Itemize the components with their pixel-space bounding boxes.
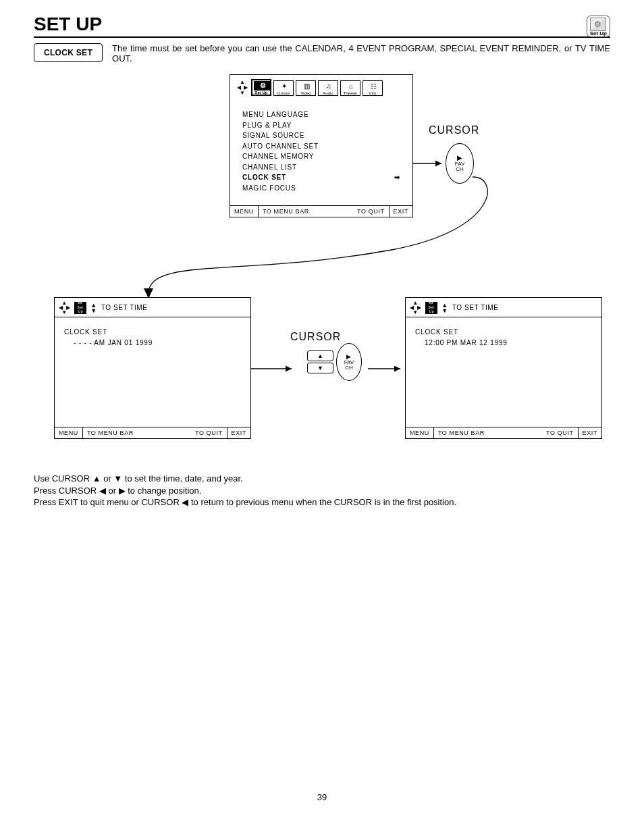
setup-menu-list: MENU LANGUAGE PLUG & PLAY SIGNAL SOURCE … [230, 99, 412, 193]
clock-set-screen-after: ▲ ◀▶ ▼ ⚙ Set Up ▲▼ TO SET TIME CLOCK SET… [405, 297, 602, 439]
clock-set-box: CLOCK SET [34, 43, 103, 62]
info-tab-icon: ☷ [365, 82, 382, 91]
tab-label: Info [365, 91, 381, 95]
footer-exit: EXIT [579, 429, 601, 436]
updown-icon: ▲▼ [441, 303, 448, 313]
set-time-label: TO SET TIME [101, 304, 148, 311]
nav-diamond-icon: ▲ ◀▶ ▼ [236, 80, 249, 96]
nav-diamond-icon: ▲ ◀▶ ▼ [59, 301, 70, 315]
cursor-up-button[interactable]: ▲ [307, 350, 333, 361]
fav-ch-label: FAV CH [455, 161, 465, 172]
menu-item[interactable]: MAGIC FOCUS [242, 183, 400, 194]
footer-to-menu-bar: TO MENU BAR [259, 208, 353, 215]
up-triangle-icon: ▲ [92, 473, 101, 484]
instructions: Use CURSOR ▲ or ▼ to set the time, date,… [34, 473, 610, 509]
menu-item[interactable]: CHANNEL MEMORY [242, 151, 400, 162]
tab-info[interactable]: ☷ Info [363, 80, 383, 96]
instruction-line: Press EXIT to quit menu or CURSOR ◀ to r… [34, 496, 610, 509]
updown-icon: ▲▼ [90, 303, 97, 313]
connector-arrow [251, 362, 298, 375]
left-triangle-icon: ◀ [99, 486, 106, 496]
screen-footer: MENU TO MENU BAR TO QUIT EXIT [406, 427, 601, 438]
tab-audio[interactable]: ♫ Audio [318, 80, 338, 96]
fav-ch-label: FAV CH [344, 360, 354, 371]
instruction-line: Press CURSOR ◀ or ▶ to change position. [34, 485, 610, 497]
footer-menu: MENU [406, 429, 433, 436]
clock-value: - - - - AM JAN 01 1999 [64, 338, 241, 348]
footer-to-quit: TO QUIT [353, 208, 389, 215]
tab-theater[interactable]: ⌂ Theater [340, 80, 360, 96]
set-time-bar: ▲ ◀▶ ▼ ⚙ Set Up ▲▼ TO SET TIME [406, 298, 601, 317]
tab-label: Set Up [254, 90, 269, 95]
screen-footer: MENU TO MENU BAR TO QUIT EXIT [230, 205, 412, 217]
setup-mini-icon: ⚙ Set Up [425, 302, 437, 314]
menu-screen: ▲ ◀▶ ▼ ⚙ Set Up ✦ Custom ▥ Video ♫ Audio… [230, 74, 413, 217]
nav-diamond-icon: ▲ ◀▶ ▼ [410, 301, 421, 315]
clock-body: CLOCK SET - - - - AM JAN 01 1999 [55, 317, 250, 358]
set-time-bar: ▲ ◀▶ ▼ ⚙ Set Up ▲▼ TO SET TIME [55, 298, 250, 317]
clock-set-screen-before: ▲ ◀▶ ▼ ⚙ Set Up ▲▼ TO SET TIME CLOCK SET… [54, 297, 251, 439]
setup-corner-label: Set Up [590, 31, 607, 36]
clock-heading: CLOCK SET [415, 327, 592, 338]
cursor-label: CURSOR [290, 331, 341, 343]
menu-tab-bar: ▲ ◀▶ ▼ ⚙ Set Up ✦ Custom ▥ Video ♫ Audio… [230, 75, 412, 99]
diagram-area: ▲ ◀▶ ▼ ⚙ Set Up ✦ Custom ▥ Video ♫ Audio… [34, 74, 610, 466]
footer-to-menu-bar: TO MENU BAR [83, 429, 191, 436]
custom-tab-icon: ✦ [275, 82, 293, 91]
tab-setup[interactable]: ⚙ Set Up [251, 79, 271, 96]
clock-body: CLOCK SET 12:00 PM MAR 12 1999 [406, 317, 601, 358]
left-triangle-icon: ◀ [182, 497, 188, 507]
audio-tab-icon: ♫ [320, 82, 338, 91]
footer-exit: EXIT [390, 208, 412, 215]
fav-ch-button-right[interactable]: ▶ FAV CH [446, 143, 479, 184]
down-triangle-icon: ▼ [113, 473, 122, 484]
clock-heading: CLOCK SET [64, 327, 241, 338]
intro-row: CLOCK SET The time must be set before yo… [34, 43, 610, 63]
tab-custom[interactable]: ✦ Custom [273, 80, 294, 96]
cursor-label: CURSOR [429, 124, 479, 136]
footer-exit: EXIT [227, 429, 250, 436]
video-tab-icon: ▥ [298, 82, 315, 91]
tab-label: Custom [275, 91, 292, 95]
intro-text: The time must be set before you can use … [112, 43, 610, 63]
footer-menu: MENU [230, 208, 258, 215]
fav-ch-button-right[interactable]: ▶ FAV CH [336, 343, 362, 381]
footer-to-menu-bar: TO MENU BAR [434, 429, 542, 436]
footer-to-quit: TO QUIT [191, 429, 227, 436]
tab-label: Audio [320, 91, 336, 95]
page-number: 39 [34, 792, 610, 802]
footer-menu: MENU [55, 429, 82, 436]
menu-item-label: CLOCK SET [242, 174, 286, 181]
instruction-line: Use CURSOR ▲ or ▼ to set the time, date,… [34, 473, 610, 485]
menu-item[interactable]: AUTO CHANNEL SET [242, 141, 400, 152]
menu-item[interactable]: CHANNEL LIST [242, 162, 400, 173]
cursor-down-button[interactable]: ▼ [307, 363, 333, 373]
wrench-tv-icon: ⚙ [590, 18, 606, 31]
screen-footer: MENU TO MENU BAR TO QUIT EXIT [55, 427, 250, 438]
cursor-updown-cluster: ▲ ▼ ▶ FAV CH [307, 343, 362, 381]
tab-label: Video [298, 91, 314, 95]
menu-item-selected[interactable]: CLOCK SET ➡ [242, 172, 400, 183]
connector-arrow [413, 157, 447, 170]
menu-item[interactable]: SIGNAL SOURCE [242, 130, 400, 141]
setup-tab-icon: ⚙ [254, 81, 271, 90]
arrow-right-icon: ➡ [394, 172, 400, 183]
tab-label: Theater [342, 91, 358, 95]
footer-to-quit: TO QUIT [542, 429, 578, 436]
tab-video[interactable]: ▥ Video [296, 80, 316, 96]
menu-item[interactable]: PLUG & PLAY [242, 120, 400, 131]
theater-tab-icon: ⌂ [342, 82, 360, 91]
setup-corner-icon: ⚙ Set Up [587, 16, 610, 37]
menu-item[interactable]: MENU LANGUAGE [242, 109, 400, 120]
page-title: SET UP [34, 14, 102, 35]
connector-arrow [368, 362, 407, 375]
set-time-label: TO SET TIME [452, 304, 499, 311]
right-triangle-icon: ▶ [119, 486, 126, 496]
setup-mini-icon: ⚙ Set Up [74, 302, 86, 314]
clock-value: 12:00 PM MAR 12 1999 [415, 338, 592, 348]
page-title-row: SET UP ⚙ Set Up [34, 14, 610, 38]
